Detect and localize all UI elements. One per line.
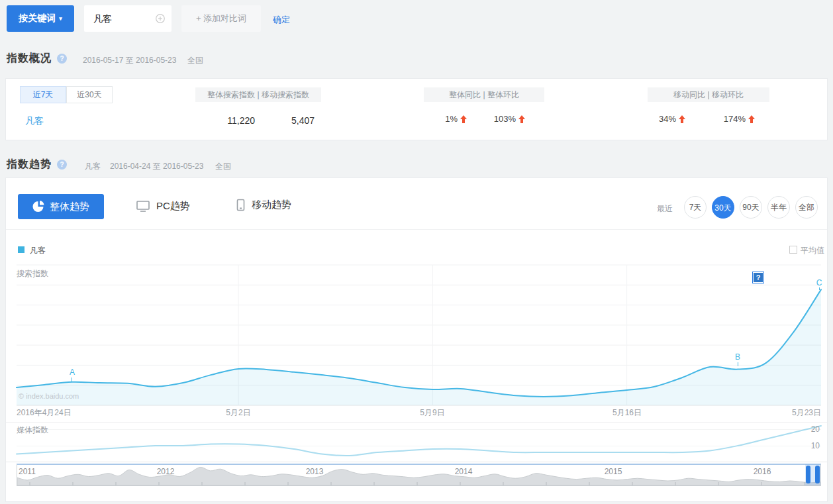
timeline-year-2013: 2013 (303, 467, 326, 476)
confirm-link[interactable]: 确定 (273, 14, 290, 26)
overview-keyword[interactable]: 凡客 (25, 115, 44, 127)
legend-keyword-label[interactable]: 凡客 (30, 245, 46, 256)
range-30d-button[interactable]: 30天 (712, 196, 734, 219)
annotation-c: C (814, 278, 824, 287)
x-tick-apr24: 2016年4月24日 (17, 407, 72, 419)
pie-chart-icon (32, 201, 44, 213)
tab-last-30-days[interactable]: 近30天 (66, 86, 113, 103)
timeline-year-2014: 2014 (452, 467, 475, 476)
annotation-a-tick (72, 378, 72, 381)
chart-help-button[interactable]: ? (752, 272, 764, 283)
up-arrow-icon (679, 115, 685, 123)
tab-last-7-days[interactable]: 近7天 (20, 86, 66, 103)
up-arrow-icon (748, 115, 755, 123)
annotation-a: A (68, 368, 77, 377)
overall-yoy-value: 1% (445, 114, 458, 124)
media-index-axis-label: 媒体指数 (17, 425, 48, 436)
range-half-year-button[interactable]: 半年 (767, 196, 790, 219)
add-compare-label: + 添加对比词 (196, 13, 246, 25)
add-compare-button[interactable]: + 添加对比词 (181, 5, 261, 32)
range-all-button[interactable]: 全部 (795, 196, 818, 219)
divider (6, 229, 827, 230)
trend-date-range: 2016-04-24 至 2016-05-23 (110, 161, 203, 172)
timeline-year-2015: 2015 (602, 467, 624, 476)
average-checkbox-label[interactable]: 平均值 (801, 245, 824, 256)
keyword-input[interactable]: 凡客 (84, 5, 172, 32)
trend-keyword: 凡客 (85, 161, 101, 172)
x-tick-may9: 5月9日 (413, 407, 452, 419)
annotation-b-tick (738, 362, 738, 366)
header-search-index: 整体搜索指数 | 移动搜索指数 (195, 87, 321, 102)
keyword-mode-button[interactable]: 按关键词 ▾ (7, 5, 74, 32)
overview-date-range: 2016-05-17 至 2016-05-23 (83, 55, 176, 66)
timeline-left-handle[interactable] (806, 466, 810, 483)
mobile-mom-cell: 174% (689, 114, 755, 124)
mobile-mom-value: 174% (724, 114, 746, 124)
overall-yoy-cell: 1% (414, 114, 467, 124)
timeline-year-2016: 2016 (751, 467, 773, 476)
mobile-yoy-cell: 34% (632, 114, 685, 124)
overview-region: 全国 (187, 55, 203, 66)
keyword-input-value: 凡客 (93, 5, 112, 32)
timeline-box[interactable] (17, 464, 821, 486)
up-arrow-icon (460, 115, 467, 123)
timeline-year-2011: 2011 (19, 467, 41, 476)
tab-pc-trend[interactable]: PC趋势 (136, 200, 190, 213)
phone-icon (236, 199, 245, 211)
media-tick-20: 20 (788, 425, 820, 434)
watermark: © index.baidu.com (19, 392, 79, 400)
tab-mobile-trend-label: 移动趋势 (252, 199, 291, 211)
timeline-right-handle[interactable] (815, 466, 820, 483)
legend-color-swatch (18, 246, 24, 253)
overall-mom-cell: 103% (467, 114, 525, 124)
keyword-mode-label: 按关键词 (19, 13, 56, 25)
range-90d-button[interactable]: 90天 (740, 196, 762, 219)
mobile-yoy-value: 34% (659, 114, 676, 124)
baidu-index-page: { "colors": { "primary_blue": "#2b7ce2",… (0, 0, 833, 504)
x-tick-may23: 5月23日 (781, 407, 821, 419)
tab-pc-trend-label: PC趋势 (156, 200, 190, 213)
trend-title: 指数趋势 (7, 158, 52, 172)
recent-label: 最近 (657, 203, 673, 215)
overview-help-icon[interactable]: ? (57, 54, 67, 64)
chart-help-label: ? (754, 273, 763, 282)
header-overall-compare: 整体同比 | 整体环比 (424, 87, 544, 102)
x-tick-may2: 5月2日 (219, 407, 258, 419)
range-7d-button[interactable]: 7天 (684, 196, 707, 219)
tab-mobile-trend[interactable]: 移动趋势 (236, 199, 291, 211)
caret-down-icon: ▾ (59, 15, 62, 22)
average-checkbox[interactable] (789, 246, 797, 254)
x-tick-may16: 5月16日 (607, 407, 647, 419)
trend-region: 全国 (215, 161, 231, 172)
tab-overall-trend[interactable]: 整体趋势 (18, 194, 104, 219)
monitor-icon (136, 200, 150, 213)
tab-overall-trend-label: 整体趋势 (50, 201, 89, 213)
header-mobile-compare: 移动同比 | 移动环比 (648, 87, 769, 102)
up-arrow-icon (518, 115, 525, 123)
annotation-b: B (733, 352, 742, 362)
overview-title: 指数概况 (7, 52, 52, 66)
trend-card (5, 177, 828, 502)
timeline-year-2012: 2012 (154, 467, 177, 476)
search-index-axis-label: 搜索指数 (17, 268, 48, 279)
mobile-search-index-value: 5,407 (255, 115, 315, 126)
annotation-c-tick (819, 287, 820, 290)
overall-search-index-value: 11,220 (189, 115, 255, 126)
circle-plus-icon[interactable] (156, 14, 165, 23)
trend-help-icon[interactable]: ? (57, 160, 67, 170)
overall-mom-value: 103% (494, 114, 516, 124)
media-tick-10: 10 (788, 441, 820, 450)
